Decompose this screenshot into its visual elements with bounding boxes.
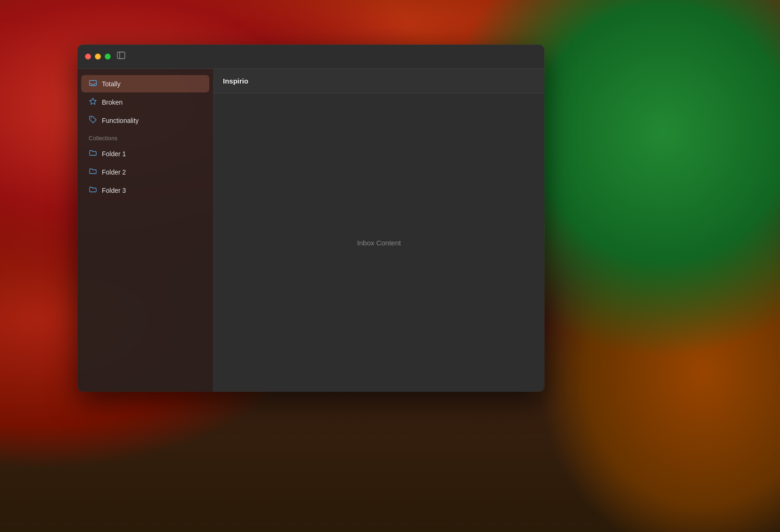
- sidebar-toggle-button[interactable]: [116, 51, 126, 62]
- minimize-button[interactable]: [95, 53, 101, 60]
- sidebar-item-functionality[interactable]: Functionality: [81, 112, 209, 129]
- traffic-lights: [85, 53, 111, 60]
- folder-icon-1: [89, 149, 97, 159]
- maximize-button[interactable]: [105, 53, 111, 60]
- title-bar: [77, 45, 544, 69]
- sidebar-item-folder2[interactable]: Folder 2: [81, 163, 209, 181]
- main-area: Totally Broken Functi: [77, 69, 544, 392]
- sidebar-item-folder1[interactable]: Folder 1: [81, 145, 209, 162]
- sidebar-item-folder3-label: Folder 3: [102, 187, 126, 194]
- sidebar-item-broken-label: Broken: [102, 99, 122, 106]
- inbox-content-placeholder: Inbox Content: [357, 239, 401, 247]
- app-window: Totally Broken Functi: [77, 45, 544, 392]
- sidebar-item-totally[interactable]: Totally: [81, 75, 209, 92]
- content-body: Inbox Content: [214, 93, 544, 392]
- collections-section-header: Collections: [77, 129, 213, 144]
- sidebar-item-folder1-label: Folder 1: [102, 150, 126, 158]
- svg-marker-3: [90, 98, 96, 105]
- content-title: Inspirio: [223, 77, 248, 85]
- folder-icon-2: [89, 167, 97, 177]
- tag-icon: [89, 115, 97, 125]
- folder-icon-3: [89, 185, 97, 195]
- sidebar-item-broken[interactable]: Broken: [81, 93, 209, 111]
- inbox-icon: [89, 79, 97, 89]
- star-icon: [89, 97, 97, 107]
- sidebar-item-folder2-label: Folder 2: [102, 168, 126, 176]
- content-title-bar: Inspirio: [214, 69, 544, 93]
- sidebar: Totally Broken Functi: [77, 69, 214, 392]
- sidebar-item-functionality-label: Functionality: [102, 117, 139, 124]
- close-button[interactable]: [85, 53, 91, 60]
- sidebar-item-folder3[interactable]: Folder 3: [81, 182, 209, 199]
- svg-rect-0: [117, 52, 125, 59]
- content-wrapper: Inspirio Inbox Content: [214, 69, 544, 392]
- sidebar-item-totally-label: Totally: [102, 80, 121, 88]
- svg-point-4: [91, 118, 92, 119]
